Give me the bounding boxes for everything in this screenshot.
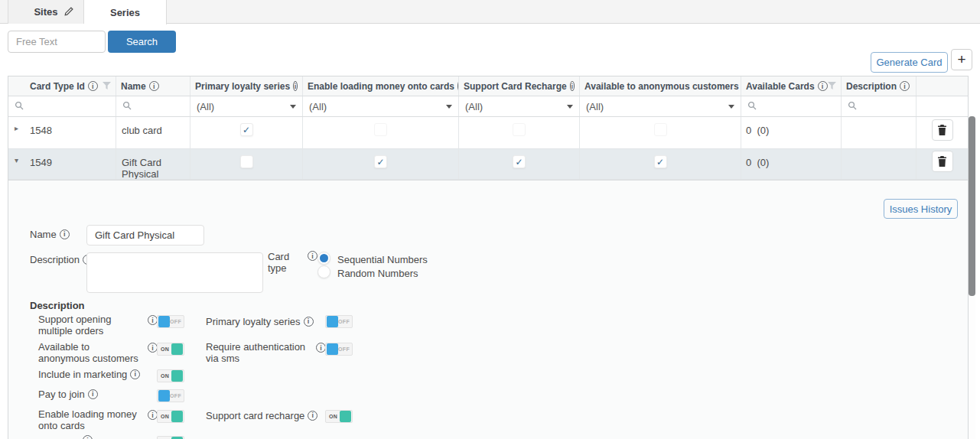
- toggle-support-card-recharge[interactable]: ON: [325, 410, 353, 423]
- toggle-require-authentication-via-sms[interactable]: OFF: [325, 343, 353, 356]
- filter-actions: [917, 96, 968, 116]
- toggle-label-include-in-marketing: Include in marketing: [38, 369, 140, 380]
- col-header-support-card-recharge[interactable]: Support Card Recharge: [459, 76, 580, 96]
- delete-button[interactable]: [932, 151, 953, 172]
- col-header-name[interactable]: Name: [116, 76, 190, 96]
- col-header-available-to-anonymous[interactable]: Available to anonymous customers: [580, 76, 741, 96]
- description-label: Description: [30, 254, 93, 265]
- info-icon[interactable]: [88, 389, 98, 399]
- radio-sequential-numbers[interactable]: [317, 252, 330, 265]
- table-row[interactable]: 1548 club card 0 (0): [8, 117, 968, 149]
- search-icon: [122, 101, 132, 112]
- info-icon[interactable]: [304, 317, 314, 327]
- generate-card-button[interactable]: Generate Card: [871, 52, 948, 73]
- trash-icon: [937, 156, 947, 167]
- info-icon[interactable]: [900, 81, 910, 91]
- collapse-arrow-icon[interactable]: [15, 156, 27, 164]
- toggle-primary-loyalty-series[interactable]: OFF: [325, 315, 353, 328]
- info-icon[interactable]: [308, 411, 317, 421]
- search-button[interactable]: Search: [108, 31, 176, 53]
- issues-history-button[interactable]: Issues History: [884, 199, 958, 219]
- grid-header-row: Card Type Id Name Primary loyalty series…: [8, 76, 968, 96]
- col-header-primary-loyalty-series[interactable]: Primary loyalty series: [190, 76, 303, 96]
- tab-series-label: Series: [110, 7, 140, 18]
- vertical-scrollbar[interactable]: [969, 115, 975, 439]
- checkbox-indicator: [240, 155, 253, 168]
- toggle-available-to-anonymous-customers[interactable]: ON: [157, 343, 184, 356]
- name-label: Name: [30, 229, 70, 240]
- cell-description: [842, 117, 917, 148]
- series-grid: Card Type Id Name Primary loyalty series…: [8, 76, 969, 439]
- checkbox-indicator: [374, 155, 387, 168]
- name-field[interactable]: [86, 225, 204, 246]
- toggle-label-pay-to-join: Pay to join: [38, 389, 98, 400]
- filter-card-type-id[interactable]: [8, 96, 116, 116]
- tab-series[interactable]: Series: [84, 0, 167, 24]
- filter-available-cards[interactable]: [741, 96, 842, 116]
- checkbox-indicator: [513, 155, 526, 168]
- trash-icon: [937, 125, 947, 135]
- info-icon[interactable]: [83, 435, 93, 439]
- toggle-support-opening-multiple-orders[interactable]: OFF: [157, 315, 184, 328]
- filter-funnel-icon[interactable]: [828, 81, 836, 92]
- filter-enable-loading-money[interactable]: (All): [303, 96, 459, 116]
- info-icon[interactable]: [818, 81, 828, 91]
- info-icon[interactable]: [293, 81, 298, 91]
- col-header-available-cards[interactable]: Available Cards: [741, 76, 842, 96]
- info-icon[interactable]: [88, 81, 98, 91]
- search-icon: [15, 101, 24, 112]
- checkbox-indicator: [654, 123, 667, 136]
- delete-button[interactable]: [932, 119, 953, 141]
- filter-name[interactable]: [116, 96, 190, 116]
- filter-description[interactable]: [842, 96, 917, 116]
- tab-sites-label: Sites: [34, 6, 57, 18]
- scrollbar-thumb[interactable]: [969, 116, 975, 296]
- filter-primary-loyalty-series[interactable]: (All): [190, 96, 303, 116]
- search-icon: [747, 101, 757, 112]
- add-series-button[interactable]: +: [951, 49, 972, 70]
- radio-random-numbers-label: Random Numbers: [337, 268, 418, 279]
- col-header-description[interactable]: Description: [842, 76, 917, 96]
- toggle-label-support-card-recharge: Support card recharge: [206, 410, 336, 421]
- filter-support-card-recharge[interactable]: (All): [459, 96, 580, 116]
- toggle-clipped-row[interactable]: ON: [157, 436, 184, 439]
- checkbox-indicator: [240, 123, 253, 136]
- card-type-label: Card type: [268, 251, 301, 274]
- cell-actions: [917, 149, 968, 179]
- filter-available-to-anonymous[interactable]: (All): [580, 96, 741, 116]
- filter-funnel-icon[interactable]: [103, 81, 111, 92]
- toggle-enable-loading-money-onto-cards[interactable]: ON: [157, 410, 184, 423]
- cell-name: club card: [116, 117, 190, 148]
- series-detail-panel: Issues History Name Description Card typ…: [8, 180, 968, 439]
- col-header-card-type-id[interactable]: Card Type Id: [8, 76, 116, 96]
- edit-pencil-icon[interactable]: [63, 6, 74, 19]
- toggle-include-in-marketing[interactable]: ON: [157, 369, 184, 382]
- toggle-pay-to-join[interactable]: OFF: [157, 389, 184, 402]
- screen: Sites Series Search Generate Card + Card…: [0, 0, 980, 439]
- cell-actions: [917, 117, 968, 148]
- chevron-down-icon: [567, 105, 573, 109]
- toggle-label-primary-loyalty-series: Primary loyalty series: [206, 316, 328, 327]
- chevron-down-icon: [446, 105, 452, 109]
- col-header-actions: [917, 76, 968, 96]
- info-icon[interactable]: [149, 81, 159, 91]
- expand-arrow-icon[interactable]: [15, 124, 27, 132]
- table-row-selected[interactable]: 1549 Gift Card Physical 0 (0): [8, 149, 968, 180]
- info-icon[interactable]: [308, 251, 317, 261]
- description-field[interactable]: [86, 252, 263, 293]
- cell-available-to-anonymous: [580, 149, 741, 179]
- info-icon[interactable]: [130, 369, 140, 379]
- toggle-label-enable-loading-money-onto-cards: Enable loading money onto cards: [38, 408, 139, 431]
- radio-random-numbers[interactable]: [317, 265, 330, 278]
- cell-primary-loyalty-series: [190, 117, 303, 148]
- info-icon[interactable]: [570, 81, 575, 91]
- radio-sequential-numbers-label: Sequential Numbers: [337, 254, 428, 265]
- chevron-down-icon: [728, 105, 734, 109]
- col-header-enable-loading-money[interactable]: Enable loading money onto cards: [303, 76, 459, 96]
- tab-sites[interactable]: Sites: [8, 0, 84, 24]
- info-icon[interactable]: [60, 229, 70, 239]
- cell-support-card-recharge: [459, 117, 580, 148]
- search-input[interactable]: [8, 31, 106, 53]
- cell-description: [842, 149, 917, 179]
- checkbox-indicator: [654, 155, 667, 168]
